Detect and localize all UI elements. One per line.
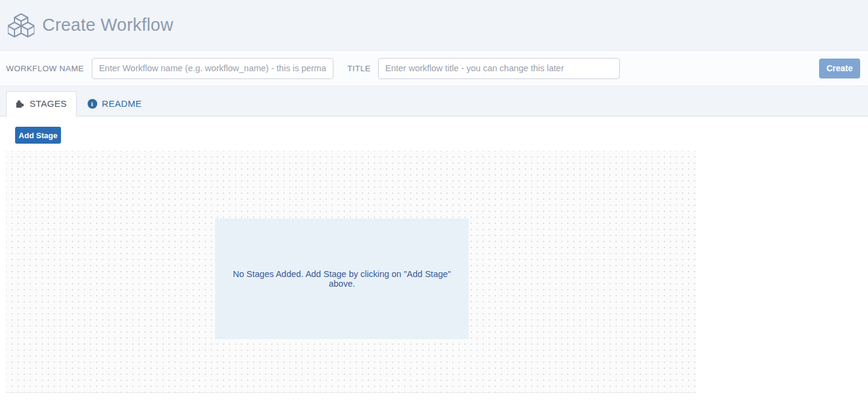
create-button[interactable]: Create [819,59,860,78]
workflow-canvas[interactable]: No Stages Added. Add Stage by clicking o… [6,151,696,393]
title-label: TITLE [347,64,371,73]
tab-stages[interactable]: STAGES [6,91,77,116]
cubes-icon [8,13,34,37]
workflow-title-input[interactable] [378,58,620,79]
info-circle-icon: i [88,99,97,109]
workflow-form: WORKFLOW NAME TITLE Create [0,51,868,86]
tab-bar: STAGES i README [0,86,868,116]
page-title: Create Workflow [42,15,173,35]
page-header: Create Workflow [0,0,868,51]
workflow-name-input[interactable] [92,58,333,79]
workflow-name-label: WORKFLOW NAME [6,64,84,73]
tab-readme-label: README [102,98,142,109]
empty-state-message: No Stages Added. Add Stage by clicking o… [215,269,469,289]
stages-panel: Add Stage No Stages Added. Add Stage by … [0,116,868,402]
puzzle-piece-icon [16,99,25,108]
empty-state-box: No Stages Added. Add Stage by clicking o… [215,219,469,339]
tab-readme[interactable]: i README [77,92,151,116]
add-stage-button[interactable]: Add Stage [15,127,61,144]
tab-stages-label: STAGES [30,98,67,109]
